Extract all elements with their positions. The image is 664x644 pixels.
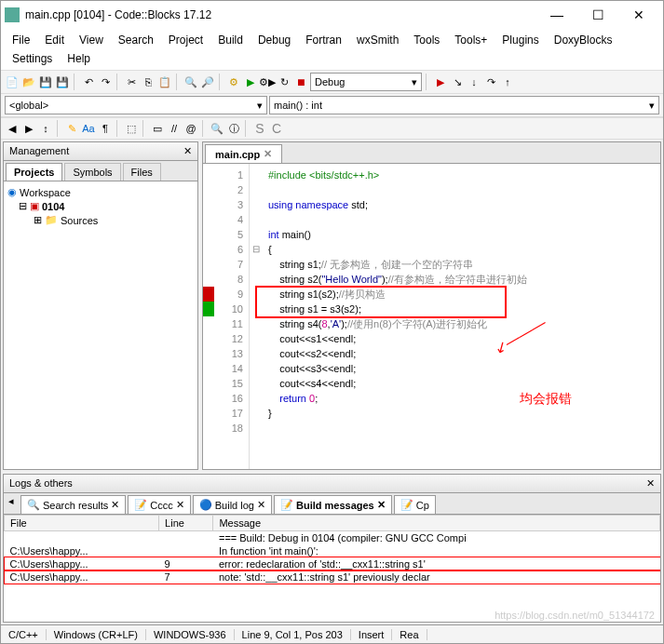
app-icon — [5, 7, 20, 22]
c-icon[interactable]: C — [269, 121, 284, 136]
open-icon[interactable]: 📂 — [21, 74, 36, 89]
save-all-icon[interactable]: 💾 — [55, 74, 70, 89]
menu-tools+[interactable]: Tools+ — [447, 31, 495, 49]
copy-icon[interactable]: ⎘ — [141, 74, 156, 89]
logs-tabs: ◂ 🔍Search results✕ 📝Cccc✕ 🔵Build log✕ 📝B… — [4, 493, 660, 515]
select-icon[interactable]: ⬚ — [124, 121, 139, 136]
tree-project[interactable]: ⊟▣0104 — [7, 199, 194, 213]
message-row[interactable]: === Build: Debug in 0104 (compiler: GNU … — [5, 531, 660, 545]
menu-project[interactable]: Project — [161, 31, 210, 49]
s-icon[interactable]: S — [252, 121, 267, 136]
redo-icon[interactable]: ↷ — [98, 74, 113, 89]
abort-icon[interactable]: ⏹ — [293, 74, 308, 89]
minimize-button[interactable]: — — [536, 2, 577, 28]
tab-build-log[interactable]: 🔵Build log✕ — [193, 495, 272, 514]
code-editor[interactable]: 123456789101112131415161718 ⊟ #include <… — [202, 163, 661, 470]
cut-icon[interactable]: ✂ — [124, 74, 139, 89]
jump-icon[interactable]: ↕ — [38, 121, 53, 136]
replace-icon[interactable]: 🔎 — [200, 74, 215, 89]
scope-combo[interactable]: <global>▾ — [5, 96, 267, 114]
menu-fortran[interactable]: Fortran — [298, 31, 349, 49]
build-run-icon[interactable]: ⚙▶ — [260, 74, 275, 89]
build-icon[interactable]: ⚙ — [226, 74, 241, 89]
tab-close-icon[interactable]: ✕ — [264, 148, 272, 160]
message-row[interactable]: C:\Users\happy...In function 'int main()… — [5, 544, 660, 557]
menu-wxsmith[interactable]: wxSmith — [349, 31, 406, 49]
menu-doxyblocks[interactable]: DoxyBlocks — [547, 31, 620, 49]
step-out-icon[interactable]: ↑ — [500, 74, 515, 89]
window-title: main.cpp [0104] - Code::Blocks 17.12 — [25, 8, 536, 21]
editor-panel: main.cpp✕ 123456789101112131415161718 ⊟ … — [202, 141, 661, 470]
menu-file[interactable]: File — [5, 31, 37, 49]
management-header: Management✕ — [4, 142, 197, 161]
main-area: Management✕ Projects Symbols Files ◉Work… — [1, 140, 663, 472]
info-icon[interactable]: ⓘ — [226, 121, 241, 136]
comment-icon[interactable]: // — [167, 121, 182, 136]
status-lang: C/C++ — [1, 629, 47, 640]
build-messages-body[interactable]: FileLineMessage === Build: Debug in 0104… — [4, 515, 660, 622]
tree-sources[interactable]: ⊞📁Sources — [7, 213, 194, 227]
menu-debug[interactable]: Debug — [251, 31, 298, 49]
undo-icon[interactable]: ↶ — [81, 74, 96, 89]
menu-build[interactable]: Build — [210, 31, 251, 49]
editor-tab-main[interactable]: main.cpp✕ — [205, 144, 282, 163]
tab-build-messages[interactable]: 📝Build messages✕ — [274, 495, 392, 514]
logs-close-icon[interactable]: ✕ — [646, 477, 655, 490]
step-over-icon[interactable]: ↷ — [483, 74, 498, 89]
find-icon[interactable]: 🔍 — [183, 74, 198, 89]
next-icon[interactable]: ▶ — [21, 121, 36, 136]
paste-icon[interactable]: 📋 — [157, 74, 172, 89]
debug-continue-icon[interactable]: ▶ — [433, 74, 448, 89]
prev-icon[interactable]: ◀ — [5, 121, 20, 136]
tab-cp[interactable]: 📝Cp — [394, 495, 436, 514]
main-toolbar: 📄 📂 💾 💾 ↶ ↷ ✂ ⎘ 📋 🔍 🔎 ⚙ ▶ ⚙▶ ↻ ⏹ Debug▾ … — [1, 70, 663, 94]
status-mode: Insert — [351, 629, 393, 640]
status-codepage: WINDOWS-936 — [146, 629, 235, 640]
menu-help[interactable]: Help — [60, 49, 98, 68]
project-tree: ◉Workspace ⊟▣0104 ⊞📁Sources — [4, 181, 197, 231]
menu-settings[interactable]: Settings — [5, 49, 60, 68]
letter-a-icon[interactable]: Aa — [81, 121, 96, 136]
zoom-icon[interactable]: 🔍 — [210, 121, 224, 136]
target-combo[interactable]: Debug▾ — [310, 73, 422, 91]
maximize-button[interactable]: ☐ — [577, 2, 618, 28]
run-icon[interactable]: ▶ — [243, 74, 258, 89]
editor-tabs: main.cpp✕ — [202, 141, 661, 163]
logs-prev-icon[interactable]: ◂ — [4, 493, 19, 508]
function-combo[interactable]: main() : int▾ — [269, 96, 659, 114]
tab-projects[interactable]: Projects — [6, 163, 62, 181]
menu-view[interactable]: View — [72, 31, 111, 49]
scope-toolbar: <global>▾ main() : int▾ — [1, 94, 663, 117]
message-row[interactable]: C:\Users\happy...7note: 'std::__cxx11::s… — [5, 570, 660, 584]
watermark: https://blog.csdn.net/m0_51344172 — [495, 610, 655, 621]
tab-files[interactable]: Files — [123, 163, 161, 181]
close-button[interactable]: ✕ — [618, 2, 659, 28]
save-icon[interactable]: 💾 — [38, 74, 53, 89]
titlebar: main.cpp [0104] - Code::Blocks 17.12 — ☐… — [1, 1, 663, 29]
menu-edit[interactable]: Edit — [37, 31, 72, 49]
highlight-icon[interactable]: ✎ — [64, 121, 79, 136]
management-panel: Management✕ Projects Symbols Files ◉Work… — [3, 141, 198, 470]
menubar: FileEditViewSearchProjectBuildDebugFortr… — [1, 29, 663, 70]
block-icon[interactable]: ▭ — [150, 121, 165, 136]
tab-cccc[interactable]: 📝Cccc✕ — [128, 495, 190, 514]
new-file-icon[interactable]: 📄 — [5, 74, 20, 89]
tree-workspace[interactable]: ◉Workspace — [7, 185, 194, 199]
doxy-icon[interactable]: @ — [183, 121, 198, 136]
menu-tools[interactable]: Tools — [406, 31, 447, 49]
menu-search[interactable]: Search — [111, 31, 161, 49]
menu-plugins[interactable]: Plugins — [495, 31, 546, 49]
tab-search-results[interactable]: 🔍Search results✕ — [20, 495, 126, 514]
run-to-cursor-icon[interactable]: ↘ — [450, 74, 465, 89]
tab-symbols[interactable]: Symbols — [64, 163, 120, 181]
status-encoding: Windows (CR+LF) — [47, 629, 146, 640]
step-into-icon[interactable]: ↓ — [467, 74, 481, 89]
message-row[interactable]: C:\Users\happy...9error: redeclaration o… — [5, 557, 660, 570]
rebuild-icon[interactable]: ↻ — [277, 74, 291, 89]
statusbar: C/C++ Windows (CR+LF) WINDOWS-936 Line 9… — [1, 624, 663, 643]
status-readonly: Rea — [392, 629, 427, 640]
format-icon[interactable]: ¶ — [98, 121, 113, 136]
status-position: Line 9, Col 1, Pos 203 — [235, 629, 351, 640]
panel-close-icon[interactable]: ✕ — [183, 145, 192, 157]
management-tabs: Projects Symbols Files — [4, 161, 197, 181]
